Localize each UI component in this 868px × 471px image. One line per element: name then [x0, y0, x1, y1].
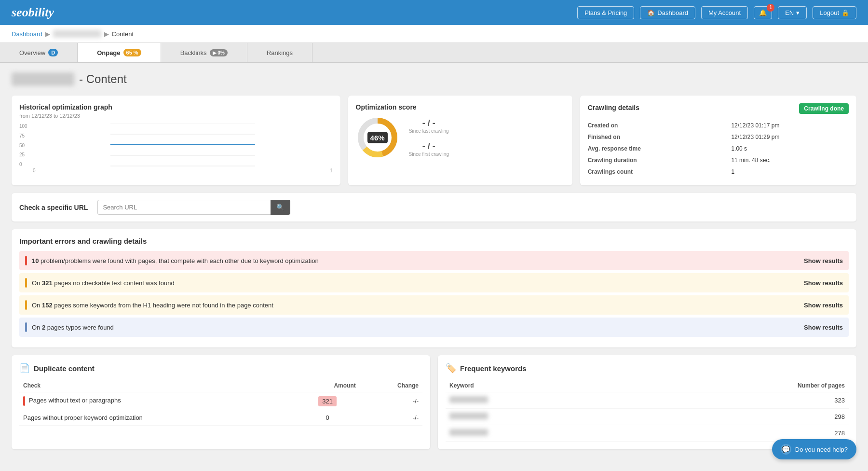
logout-button[interactable]: Logout 🔒: [813, 6, 856, 19]
crawl-label-response: Avg. response time: [588, 143, 732, 154]
search-url-button[interactable]: 🔍: [271, 200, 290, 215]
since-last-crawling: - / - Since last crawling: [409, 118, 449, 134]
language-button[interactable]: EN ▾: [778, 6, 807, 19]
dup-amount-1: 0: [296, 410, 360, 426]
search-url-wrap: 🔍: [97, 200, 290, 215]
since-first-crawling: - / - Since first crawling: [409, 141, 449, 157]
dup-title: Duplicate content: [34, 364, 95, 373]
crawl-label-count: Crawlings count: [588, 166, 732, 178]
frequent-keywords-card: 🏷️ Frequent keywords Keyword Number of p…: [438, 355, 856, 449]
dup-row-0: Pages without text or paragraphs 321 -/-: [19, 392, 422, 410]
errors-section: Important errors and crawling details 10…: [12, 229, 856, 347]
check-url-section: Check a specific URL 🔍: [12, 193, 856, 222]
plans-pricing-button[interactable]: Plans & Pricing: [577, 6, 634, 19]
keyword-blurred-0: [449, 396, 488, 403]
duplicate-icon: 📄: [19, 363, 30, 374]
crawl-row-created: Created on 12/12/23 01:17 pm: [588, 120, 849, 131]
notification-button[interactable]: 🔔 1: [754, 6, 772, 19]
help-button[interactable]: 💬 Do you need help?: [772, 439, 856, 459]
tab-onpage[interactable]: Onpage 65 %: [78, 43, 161, 62]
crawling-details-title: Crawling details: [588, 104, 639, 111]
kw-pages-1: 298: [630, 409, 849, 425]
logo: seobility: [12, 5, 54, 20]
score-stats: - / - Since last crawling - / - Since fi…: [409, 118, 449, 157]
dup-table-header: Check Amount Change: [19, 379, 422, 392]
show-results-btn-3[interactable]: Show results: [804, 324, 843, 331]
kw-keyword-1: [446, 409, 630, 425]
crawl-row-finished: Finished on 12/12/23 01:29 pm: [588, 131, 849, 143]
chevron-down-icon: ▾: [796, 9, 800, 16]
duplicate-content-card: 📄 Duplicate content Check Amount Change …: [12, 355, 430, 449]
search-icon: 🔍: [276, 204, 285, 211]
tab-overview-label: Overview: [19, 49, 45, 56]
tab-backlinks[interactable]: Backlinks ▶ 0%: [161, 43, 247, 62]
show-results-btn-1[interactable]: Show results: [804, 279, 843, 287]
error-bar-yellow-2: [25, 300, 27, 310]
error-text-0: 10 problem/problems were found with page…: [32, 257, 804, 264]
kw-row-0: 323: [446, 392, 849, 409]
tab-rankings[interactable]: Rankings: [247, 43, 312, 62]
error-row-3: On 2 pages typos were found Show results: [19, 318, 849, 337]
keyword-blurred-2: [449, 429, 488, 436]
errors-title: Important errors and crawling details: [19, 237, 849, 245]
search-url-input[interactable]: [97, 200, 271, 215]
dup-change-1: -/-: [360, 410, 422, 426]
breadcrumb: Dashboard ▶ ▶ Content: [0, 25, 868, 43]
error-row-1: On 321 pages no checkable text content w…: [19, 273, 849, 292]
keyword-blurred-1: [449, 413, 488, 419]
main-content: - Content Historical optimization graph …: [0, 63, 868, 459]
donut-chart: 46%: [356, 116, 399, 159]
kw-title: Frequent keywords: [460, 364, 527, 373]
tab-overview[interactable]: Overview D: [0, 43, 78, 62]
tab-onpage-badge: 65 %: [123, 49, 141, 56]
crawl-value-count: 1: [731, 166, 849, 178]
error-bar-red: [25, 256, 27, 265]
dup-col-change: Change: [360, 379, 422, 392]
home-icon: 🏠: [647, 9, 655, 16]
tab-onpage-label: Onpage: [97, 49, 120, 56]
crawling-details-table: Created on 12/12/23 01:17 pm Finished on…: [588, 120, 849, 178]
kw-section-header: 🏷️ Frequent keywords: [446, 363, 849, 374]
crawling-details-card: Crawling details Crawling done Created o…: [580, 96, 856, 185]
optimization-score-title: Optimization score: [356, 103, 565, 111]
row-indicator-0: [23, 396, 25, 406]
help-button-label: Do you need help?: [795, 446, 848, 453]
my-account-button[interactable]: My Account: [701, 6, 748, 19]
breadcrumb-sep-1: ▶: [45, 30, 50, 38]
crawling-done-badge: Crawling done: [799, 103, 849, 114]
lock-icon: 🔒: [841, 9, 849, 16]
dup-amount-0: 321: [296, 392, 360, 410]
crawl-row-duration: Crawling duration 11 min. 48 sec.: [588, 154, 849, 166]
notification-badge: 1: [767, 4, 774, 12]
graph-svg: [33, 124, 333, 167]
frequent-keywords-table: Keyword Number of pages 323 298: [446, 379, 849, 442]
check-url-label: Check a specific URL: [19, 204, 88, 211]
dup-section-header: 📄 Duplicate content: [19, 363, 422, 374]
kw-pages-0: 323: [630, 392, 849, 409]
error-text-3: On 2 pages typos were found: [32, 324, 804, 331]
crawl-row-response: Avg. response time 1.00 s: [588, 143, 849, 154]
breadcrumb-home[interactable]: Dashboard: [12, 30, 42, 38]
show-results-btn-0[interactable]: Show results: [804, 257, 843, 264]
dup-col-amount: Amount: [296, 379, 360, 392]
bell-icon: 🔔: [759, 9, 767, 16]
graph-area: 100 75 50 25 0: [19, 124, 333, 167]
dashboard-button[interactable]: 🏠 Dashboard: [640, 6, 695, 19]
tabs-bar: Overview D Onpage 65 % Backlinks ▶ 0% Ra…: [0, 43, 868, 63]
breadcrumb-current: Content: [112, 30, 134, 38]
site-name-blurred: [12, 72, 74, 86]
optimization-score-card: Optimization score 46% - / - Since last …: [348, 96, 572, 185]
error-bar-blue: [25, 322, 27, 332]
graph-y-labels: 100 75 50 25 0: [19, 124, 29, 167]
dup-row-1: Pages without proper keyword optimizatio…: [19, 410, 422, 426]
crawl-value-response: 1.00 s: [731, 143, 849, 154]
historical-graph-card: Historical optimization graph from 12/12…: [12, 96, 340, 185]
tag-icon: 🏷️: [446, 363, 456, 374]
error-row-0: 10 problem/problems were found with page…: [19, 251, 849, 270]
dup-check-0: Pages without text or paragraphs: [19, 392, 296, 410]
error-text-1: On 321 pages no checkable text content w…: [32, 279, 804, 287]
show-results-btn-2[interactable]: Show results: [804, 302, 843, 309]
error-row-2: On 152 pages some keywords from the H1 h…: [19, 295, 849, 315]
crawl-header: Crawling details Crawling done: [588, 103, 849, 114]
crawl-row-count: Crawlings count 1: [588, 166, 849, 178]
